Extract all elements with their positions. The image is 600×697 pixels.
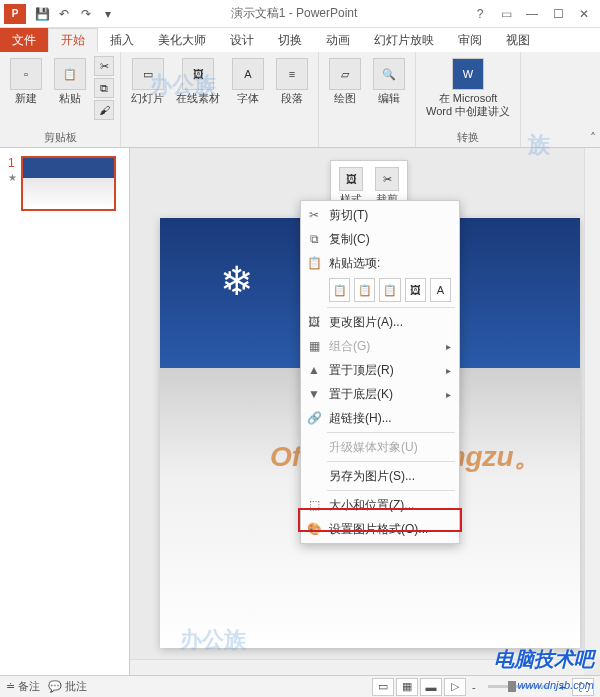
minimize-icon[interactable]: — (520, 4, 544, 24)
tab-review[interactable]: 审阅 (446, 28, 494, 52)
zoom-out-button[interactable]: - (468, 681, 480, 693)
tab-transitions[interactable]: 切换 (266, 28, 314, 52)
change-picture-icon: 🖼 (305, 313, 323, 331)
normal-view-icon[interactable]: ▭ (372, 678, 394, 696)
cm-format-picture[interactable]: 🎨 设置图片格式(O)... (301, 517, 459, 541)
context-menu: ✂ 剪切(T) ⧉ 复制(C) 📋 粘贴选项: 📋 📋 📋 🖼 A 🖼 更改图片… (300, 200, 460, 544)
qat-dropdown-icon[interactable]: ▾ (100, 6, 116, 22)
paste-option-5[interactable]: A (430, 278, 451, 302)
cm-separator (327, 307, 455, 308)
tab-slideshow[interactable]: 幻灯片放映 (362, 28, 446, 52)
paste-option-4[interactable]: 🖼 (405, 278, 426, 302)
format-painter-icon[interactable]: 🖌 (94, 100, 114, 120)
notes-button[interactable]: ≐ 备注 (6, 679, 40, 694)
online-assets-button[interactable]: 🖼 在线素材 (172, 56, 224, 107)
cm-separator (327, 461, 455, 462)
site-watermark: 电脑技术吧 (494, 646, 594, 673)
online-assets-icon: 🖼 (182, 58, 214, 90)
copy-icon: ⧉ (305, 230, 323, 248)
paste-icon: 📋 (305, 254, 323, 272)
word-handout-button[interactable]: W 在 Microsoft Word 中创建讲义 (422, 56, 514, 120)
font-button[interactable]: A 字体 (228, 56, 268, 107)
word-icon: W (452, 58, 484, 90)
redo-icon[interactable]: ↷ (78, 6, 94, 22)
ribbon-group-slides: ▭ 幻灯片 🖼 在线素材 A 字体 ≡ 段落 (121, 52, 319, 147)
cm-change-picture[interactable]: 🖼 更改图片(A)... (301, 310, 459, 334)
ribbon-tabs: 文件 开始 插入 美化大师 设计 切换 动画 幻灯片放映 审阅 视图 (0, 28, 600, 52)
tab-design[interactable]: 设计 (218, 28, 266, 52)
ribbon-group-drawing: ▱ 绘图 🔍 编辑 (319, 52, 416, 147)
tab-view[interactable]: 视图 (494, 28, 542, 52)
paste-icon: 📋 (54, 58, 86, 90)
new-slide-button[interactable]: ▫ 新建 (6, 56, 46, 107)
status-bar: ≐ 备注 💬 批注 ▭ ▦ ▬ ▷ - + ⛶ (0, 675, 600, 697)
ribbon: ▫ 新建 📋 粘贴 ✂ ⧉ 🖌 剪贴板 ▭ 幻灯片 🖼 在线素材 (0, 52, 600, 148)
slides-icon: ▭ (132, 58, 164, 90)
window-title: 演示文稿1 - PowerPoint (120, 5, 468, 22)
reading-view-icon[interactable]: ▬ (420, 678, 442, 696)
cm-separator (327, 490, 455, 491)
cm-upgrade-media: 升级媒体对象(U) (301, 435, 459, 459)
slides-button[interactable]: ▭ 幻灯片 (127, 56, 168, 107)
zoom-thumb[interactable] (508, 681, 516, 692)
collapse-ribbon-icon[interactable]: ˄ (590, 131, 596, 145)
cm-paste-options-header: 📋 粘贴选项: (301, 251, 459, 275)
tab-insert[interactable]: 插入 (98, 28, 146, 52)
convert-group-label: 转换 (457, 128, 479, 145)
close-icon[interactable]: ✕ (572, 4, 596, 24)
ribbon-group-clipboard: ▫ 新建 📋 粘贴 ✂ ⧉ 🖌 剪贴板 (0, 52, 121, 147)
comments-button[interactable]: 💬 批注 (48, 679, 87, 694)
slideshow-view-icon[interactable]: ▷ (444, 678, 466, 696)
editing-button[interactable]: 🔍 编辑 (369, 56, 409, 107)
chevron-right-icon: ▸ (446, 365, 451, 376)
slide-thumbnail[interactable]: 1 ★ (8, 156, 121, 211)
ribbon-group-convert: W 在 Microsoft Word 中创建讲义 转换 (416, 52, 521, 147)
ribbon-options-icon[interactable]: ▭ (494, 4, 518, 24)
maximize-icon[interactable]: ☐ (546, 4, 570, 24)
snowflake-graphic: ❄ (220, 258, 254, 304)
vertical-scrollbar[interactable] (584, 148, 600, 659)
cm-bring-front[interactable]: ▲ 置于顶层(R) ▸ (301, 358, 459, 382)
cm-size-position[interactable]: ⬚ 大小和位置(Z)... (301, 493, 459, 517)
size-icon: ⬚ (305, 496, 323, 514)
tab-file[interactable]: 文件 (0, 28, 48, 52)
thumbnail-preview (21, 156, 116, 211)
site-url: www.dnjsb.com (518, 679, 594, 691)
cm-send-back[interactable]: ▼ 置于底层(K) ▸ (301, 382, 459, 406)
cm-copy[interactable]: ⧉ 复制(C) (301, 227, 459, 251)
cut-icon: ✂ (305, 206, 323, 224)
group-icon: ▦ (305, 337, 323, 355)
drawing-button[interactable]: ▱ 绘图 (325, 56, 365, 107)
chevron-right-icon: ▸ (446, 341, 451, 352)
tab-beautify[interactable]: 美化大师 (146, 28, 218, 52)
hyperlink-icon: 🔗 (305, 409, 323, 427)
undo-icon[interactable]: ↶ (56, 6, 72, 22)
paragraph-icon: ≡ (276, 58, 308, 90)
paragraph-button[interactable]: ≡ 段落 (272, 56, 312, 107)
new-slide-icon: ▫ (10, 58, 42, 90)
cm-hyperlink[interactable]: 🔗 超链接(H)... (301, 406, 459, 430)
tab-animations[interactable]: 动画 (314, 28, 362, 52)
help-icon[interactable]: ? (468, 4, 492, 24)
quick-access-toolbar: 💾 ↶ ↷ ▾ (30, 6, 120, 22)
clipboard-group-label: 剪贴板 (44, 128, 77, 145)
paste-option-3[interactable]: 📋 (379, 278, 400, 302)
paste-button[interactable]: 📋 粘贴 (50, 56, 90, 107)
app-icon: P (4, 4, 26, 24)
cut-icon[interactable]: ✂ (94, 56, 114, 76)
send-back-icon: ▼ (305, 385, 323, 403)
animation-indicator-icon: ★ (8, 172, 17, 183)
cm-cut[interactable]: ✂ 剪切(T) (301, 203, 459, 227)
drawing-icon: ▱ (329, 58, 361, 90)
chevron-right-icon: ▸ (446, 389, 451, 400)
slide-thumbnails-panel: 1 ★ (0, 148, 130, 675)
paste-option-1[interactable]: 📋 (329, 278, 350, 302)
paste-option-2[interactable]: 📋 (354, 278, 375, 302)
sorter-view-icon[interactable]: ▦ (396, 678, 418, 696)
editing-icon: 🔍 (373, 58, 405, 90)
copy-icon[interactable]: ⧉ (94, 78, 114, 98)
cm-save-as-picture[interactable]: 另存为图片(S)... (301, 464, 459, 488)
tab-home[interactable]: 开始 (48, 28, 98, 52)
save-icon[interactable]: 💾 (34, 6, 50, 22)
window-controls: ? ▭ — ☐ ✕ (468, 4, 600, 24)
